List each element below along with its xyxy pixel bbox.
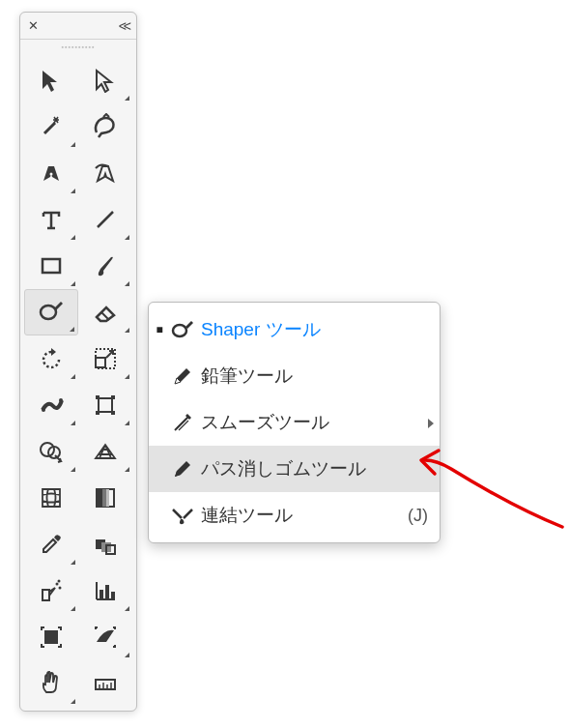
flyout-item-label: 鉛筆ツール bbox=[201, 364, 428, 389]
ruler-tool[interactable] bbox=[78, 660, 132, 707]
svg-rect-19 bbox=[106, 489, 109, 507]
perspective-grid-tool[interactable] bbox=[78, 428, 132, 475]
flyout-indicator-icon bbox=[71, 142, 75, 147]
direct-selection-tool[interactable] bbox=[78, 57, 132, 103]
type-tool[interactable] bbox=[24, 196, 78, 243]
flyout-indicator-icon bbox=[71, 189, 75, 193]
submenu-caret-icon bbox=[428, 419, 434, 428]
flyout-indicator-icon bbox=[125, 96, 129, 101]
join-tool-icon bbox=[164, 504, 201, 527]
flyout-item-label: 連結ツール bbox=[201, 503, 408, 528]
rotate-tool[interactable] bbox=[24, 335, 78, 382]
flyout-indicator-icon bbox=[125, 328, 129, 333]
flyout-indicator-icon bbox=[71, 374, 75, 379]
collapse-icon[interactable]: << bbox=[119, 18, 128, 34]
svg-line-4 bbox=[101, 312, 109, 320]
flyout-indicator-icon bbox=[71, 235, 75, 240]
drag-grip[interactable]: ▪▪▪▪▪▪▪▪▪▪ bbox=[20, 40, 136, 53]
svg-point-25 bbox=[59, 587, 62, 590]
shape-builder-tool[interactable] bbox=[24, 428, 78, 475]
tool-grid bbox=[20, 53, 136, 711]
svg-point-8 bbox=[59, 398, 63, 402]
flyout-indicator-icon bbox=[125, 421, 129, 425]
flyout-indicator-icon bbox=[71, 560, 75, 565]
slice-tool[interactable] bbox=[78, 614, 132, 660]
shaper-tool-flyout: ■ Shaper ツール 鉛筆ツール スムーズツール パス消しゴムツール 連結ツ… bbox=[148, 302, 441, 543]
symbol-sprayer-tool[interactable] bbox=[24, 568, 78, 614]
svg-line-1 bbox=[98, 212, 113, 227]
flyout-indicator-icon bbox=[125, 606, 129, 611]
flyout-item-join[interactable]: 連結ツール (J) bbox=[149, 492, 440, 539]
eyedropper-tool[interactable] bbox=[24, 521, 78, 568]
close-icon[interactable]: ✕ bbox=[28, 18, 39, 33]
svg-point-14 bbox=[41, 443, 54, 456]
svg-rect-31 bbox=[96, 680, 115, 689]
flyout-indicator-icon bbox=[125, 467, 129, 472]
svg-point-26 bbox=[58, 580, 61, 583]
flyout-indicator-icon bbox=[70, 327, 74, 332]
svg-rect-10 bbox=[96, 395, 100, 399]
column-graph-tool[interactable] bbox=[78, 568, 132, 614]
free-transform-tool[interactable] bbox=[78, 382, 132, 428]
svg-rect-28 bbox=[105, 585, 109, 599]
flyout-indicator-icon bbox=[125, 653, 129, 657]
svg-rect-27 bbox=[100, 590, 103, 599]
curvature-tool[interactable] bbox=[78, 150, 132, 196]
scale-tool[interactable] bbox=[78, 335, 132, 382]
flyout-item-label: Shaper ツール bbox=[201, 317, 428, 342]
path-eraser-tool-icon bbox=[164, 457, 201, 480]
lasso-tool[interactable] bbox=[78, 103, 132, 150]
svg-point-24 bbox=[56, 583, 59, 586]
svg-point-3 bbox=[41, 306, 56, 319]
mesh-tool[interactable] bbox=[24, 475, 78, 521]
flyout-indicator-icon bbox=[125, 235, 129, 240]
svg-rect-17 bbox=[97, 489, 102, 507]
width-tool[interactable] bbox=[24, 382, 78, 428]
line-segment-tool[interactable] bbox=[78, 196, 132, 243]
flyout-indicator-icon bbox=[125, 374, 129, 379]
svg-rect-5 bbox=[96, 358, 105, 367]
flyout-item-label: パス消しゴムツール bbox=[201, 456, 428, 481]
svg-rect-30 bbox=[44, 630, 58, 644]
shaper-tool-icon bbox=[164, 317, 201, 342]
flyout-indicator-icon bbox=[125, 281, 129, 286]
smooth-tool-icon bbox=[164, 411, 201, 434]
pencil-tool-icon bbox=[164, 364, 201, 388]
flyout-item-label: スムーズツール bbox=[201, 410, 428, 435]
flyout-item-shaper[interactable]: ■ Shaper ツール bbox=[149, 306, 440, 353]
magic-wand-tool[interactable] bbox=[24, 103, 78, 150]
flyout-indicator-icon bbox=[71, 467, 75, 472]
blend-tool[interactable] bbox=[78, 521, 132, 568]
svg-rect-12 bbox=[96, 411, 100, 415]
paintbrush-tool[interactable] bbox=[78, 243, 132, 289]
flyout-indicator-icon bbox=[71, 421, 75, 425]
svg-rect-23 bbox=[43, 590, 49, 600]
flyout-indicator-icon bbox=[71, 606, 75, 611]
svg-point-7 bbox=[42, 408, 45, 412]
svg-rect-2 bbox=[43, 259, 60, 273]
svg-point-0 bbox=[50, 173, 53, 176]
flyout-item-pencil[interactable]: 鉛筆ツール bbox=[149, 353, 440, 399]
gradient-tool[interactable] bbox=[78, 475, 132, 521]
eraser-tool[interactable] bbox=[78, 289, 132, 335]
flyout-item-smooth[interactable]: スムーズツール bbox=[149, 399, 440, 446]
svg-rect-18 bbox=[102, 489, 106, 507]
flyout-item-path-eraser[interactable]: パス消しゴムツール bbox=[149, 446, 440, 492]
svg-rect-11 bbox=[111, 395, 115, 399]
flyout-indicator-icon bbox=[71, 281, 75, 286]
active-indicator-icon: ■ bbox=[155, 323, 164, 336]
tools-panel: ✕ << ▪▪▪▪▪▪▪▪▪▪ bbox=[19, 12, 137, 712]
svg-point-36 bbox=[173, 325, 186, 336]
flyout-item-shortcut: (J) bbox=[408, 506, 428, 526]
svg-rect-29 bbox=[111, 592, 115, 599]
rectangle-tool[interactable] bbox=[24, 243, 78, 289]
shaper-tool[interactable] bbox=[24, 289, 78, 335]
selection-tool[interactable] bbox=[24, 57, 78, 103]
tools-panel-header: ✕ << bbox=[20, 13, 136, 40]
hand-tool[interactable] bbox=[24, 660, 78, 707]
svg-rect-9 bbox=[99, 398, 112, 412]
pen-tool[interactable] bbox=[24, 150, 78, 196]
svg-rect-13 bbox=[111, 411, 115, 415]
artboard-tool[interactable] bbox=[24, 614, 78, 660]
flyout-indicator-icon bbox=[71, 699, 75, 704]
